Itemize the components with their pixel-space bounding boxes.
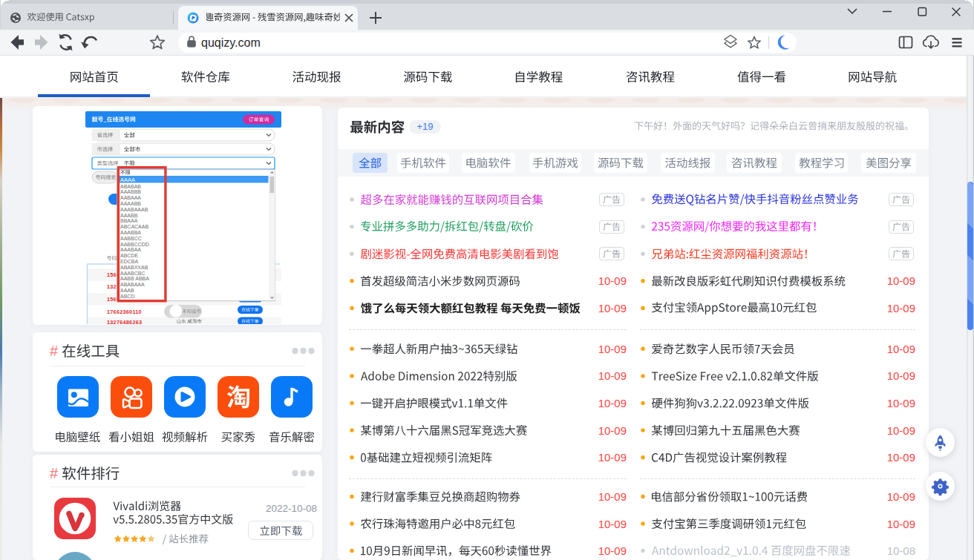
svg-text:17662360110: 17662360110: [107, 309, 142, 315]
svg-text:BBAAA: BBAAA: [120, 218, 138, 223]
svg-text:ABCD: ABCD: [120, 294, 134, 299]
svg-text:ABCACAAB: ABCACAAB: [120, 224, 148, 229]
svg-text:AABBCCDD: AABBCCDD: [120, 242, 149, 247]
svg-text:AABBCC: AABBCC: [120, 236, 142, 241]
svg-text:EDCBA: EDCBA: [120, 259, 138, 264]
svg-text:AABAAA: AABAAA: [120, 195, 141, 200]
svg-text:AAABAAAB: AAABAAAB: [120, 207, 148, 212]
svg-text:ABCDE: ABCDE: [120, 253, 138, 258]
svg-text:ABABAB: ABABAB: [120, 184, 141, 189]
svg-text:AAAABB: AAAABB: [120, 201, 141, 206]
svg-text:AAABBB: AAABBB: [120, 189, 141, 194]
svg-text:AABB ABBA: AABB ABBA: [120, 276, 149, 281]
svg-text:AAABAA: AAABAA: [120, 247, 141, 252]
svg-text:ABABXXAB: ABABXXAB: [120, 265, 148, 270]
svg-text:13276486263: 13276486263: [107, 319, 142, 324]
svg-text:AAABBA: AAABBA: [120, 230, 141, 235]
svg-text:AAABCBC: AAABCBC: [120, 271, 145, 276]
svg-text:AAAB: AAAB: [120, 288, 134, 293]
svg-text:AAABB: AAABB: [120, 213, 138, 218]
svg-text:ABABAAA: ABABAAA: [120, 282, 145, 287]
svg-text:AAAA: AAAA: [120, 177, 135, 183]
